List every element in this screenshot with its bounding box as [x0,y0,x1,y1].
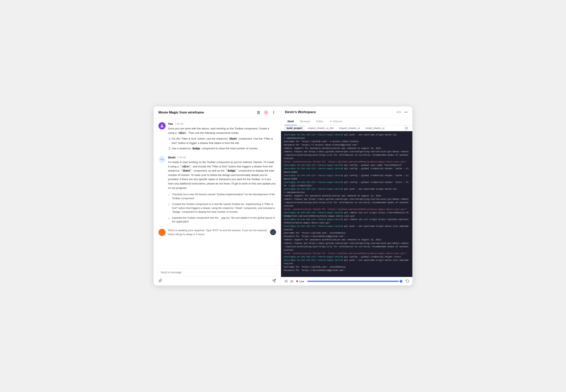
skip-back-button[interactable] [284,280,288,283]
message-input[interactable] [158,268,277,277]
message-text-you: Once you are done with the above, start … [168,126,276,151]
svg-point-10 [163,160,163,160]
terminal-line: ubuntu@ip-10-240-195-224:~/movie-magic-d… [284,174,410,181]
chat-area: You 1:38 AM Once you are done with the a… [154,118,281,265]
app-container: Movie Magic from wireframe [154,107,412,285]
svg-rect-0 [257,111,258,114]
live-indicator: Live [296,280,304,283]
tab-editor-label: Editor [316,120,323,123]
terminal-line: fatal: Authentication failed for 'https:… [284,160,410,164]
terminal-line: ubuntu@ip-10-240-195-224:~/movie-magic-d… [284,259,410,265]
svg-point-15 [407,112,408,112]
tab-shell-label: Shell [287,120,294,123]
terminal-line: fatal: Authentication failed for 'https:… [284,252,410,255]
tab-shell[interactable]: Shell [284,118,297,125]
terminal-prompt: ubuntu@ip-10-240-195-224:~/movie-magic-d… [284,259,344,261]
checklist-item-1: ✓ Checked out a new Git branch named "to… [168,192,276,200]
message-text-devin: I'm ready to start working on the Toolba… [168,160,276,190]
terminal-line: ubuntu@ip-10-240-195-224:~/movie-magic-d… [284,181,410,187]
checklist-text-1: Checked out a new Git branch named "tool… [172,192,276,200]
new-tab-button[interactable] [404,126,409,131]
terminal-line: remote: Please see https://docs.github.c… [284,197,410,208]
send-button[interactable] [272,279,276,283]
code-sheet: Sheet [228,137,238,140]
checklist: ✓ Checked out a new Git branch named "to… [168,192,276,224]
checklist-item-2: ✓ Created the Toolbar component in a new… [168,202,276,214]
live-dot [296,280,298,282]
subtabs-row: build_project inspect_shadcn_ui_dist ins… [281,126,412,131]
terminal-command: git push --set-upstream origin movie-lis [344,134,397,136]
left-panel: Movie Magic from wireframe [154,107,281,285]
terminal-line: ubuntu@ip-10-240-195-224:~/movie-magic-d… [284,187,410,191]
terminal-line: remote: Support for password authenticat… [284,147,410,150]
terminal-line: Password for 'https://nareshbhatia@githu… [284,235,410,238]
tab-browser-label: Browser [300,120,310,123]
subtab-build-project[interactable]: build_project [284,126,304,131]
terminal-command: git config --global credential.helper st… [344,256,401,258]
pause-button[interactable] [256,110,261,115]
skip-forward-button[interactable] [290,280,294,283]
right-panel: Devin's Workspace Shell Browser [281,107,412,285]
right-header-icons [396,110,408,114]
message-header-devin: Devin 1:38 AM [168,156,276,159]
tab-planner[interactable]: ✦ Planner [327,118,346,125]
svg-point-14 [406,112,406,112]
live-label: Live [299,280,304,283]
terminal-prompt: ubuntu@ip-10-240-195-224:~/movie-magic-d… [284,134,344,136]
terminal-line: Password for 'https://x-access-token:{to… [284,143,410,147]
terminal-prompt: ubuntu@ip-10-240-195-224:~/movie-magic-d… [284,211,344,214]
tabs-row: Shell Browser Editor ✦ Planner [281,118,412,126]
code-sheet-2: `Sheet` [180,169,193,172]
code-div: <div> [177,131,187,135]
stop-button[interactable] [264,110,268,115]
planner-icon: ✦ [330,120,332,123]
progress-bar[interactable] [307,281,402,282]
more-options-button[interactable] [271,110,276,115]
progress-thumb [400,280,402,283]
terminal-line: remote: Support for password authenticat… [284,238,410,241]
terminal-line: t-implementation [284,137,410,140]
message-row-devin: Devin 1:38 AM I'm ready to start working… [158,156,276,224]
subtab-install[interactable]: install_shadcn_ui [363,126,387,131]
terminal-line: fatal: Authentication failed for 'https:… [284,208,410,211]
code-div-2: `<div>` [179,165,192,168]
history-button[interactable] [406,279,409,283]
message-time-devin: 1:38 AM [177,156,186,159]
svg-point-13 [405,112,405,112]
subtab-inspect-ui[interactable]: inspect_shadcn_ui [337,126,362,131]
terminal-line: ubuntu@ip-10-240-195-224:~/movie-magic-d… [284,167,410,174]
terminal-prompt: ubuntu@ip-10-240-195-224:~/movie-magic-d… [284,167,344,170]
subtab-install-label: install_shadcn_ui [365,127,385,130]
check-icon-3: ✓ [168,216,170,220]
workspace-more-button[interactable] [404,110,408,114]
input-actions [158,279,277,283]
terminal-line: ubuntu@ip-10-240-195-224:~/movie-magic-d… [284,133,410,137]
terminal-line: remote: Support for password authenticat… [284,194,410,197]
vscode-button[interactable] [396,110,401,114]
message-content-devin: Devin 1:38 AM I'm ready to start working… [168,156,276,224]
tab-browser[interactable]: Browser [297,118,313,125]
waiting-text: Devin is awaiting your response. Type 'E… [168,228,268,236]
svg-point-6 [273,112,274,113]
message-content-user: You 1:38 AM Once you are done with the a… [168,122,276,152]
subtab-inspect-dist-label: inspect_shadcn_ui_dist [308,127,334,130]
waiting-row: Devin is awaiting your response. Type 'E… [158,228,276,237]
workspace-title: Devin's Workspace [285,110,316,114]
terminal-line: t-implementation [284,191,410,194]
terminal-area[interactable]: ubuntu@ip-10-240-195-224:~/movie-magic-d… [281,131,412,277]
scroll-down-button[interactable]: ↓ [270,229,276,235]
check-icon-1: ✓ [168,193,170,197]
checklist-item-3: ✓ Imported the Toolbar component into th… [168,216,276,224]
code-badge-2: `Badge` [225,169,238,172]
message-header-user: You 1:38 AM [168,122,276,126]
input-area [154,265,281,285]
tab-editor[interactable]: Editor [313,118,327,125]
code-badge: Badge [192,147,201,150]
terminal-command: git push --set-upstream origin movie-lis [344,188,397,190]
attach-button[interactable] [158,279,162,283]
svg-point-7 [273,113,274,114]
subtab-inspect-ui-label: inspect_shadcn_ui [339,127,360,130]
subtab-inspect-dist[interactable]: inspect_shadcn_ui_dist [305,126,336,131]
terminal-prompt: ubuntu@ip-10-240-195-224:~/movie-magic-d… [284,256,344,258]
terminal-footer: Live [281,277,412,285]
